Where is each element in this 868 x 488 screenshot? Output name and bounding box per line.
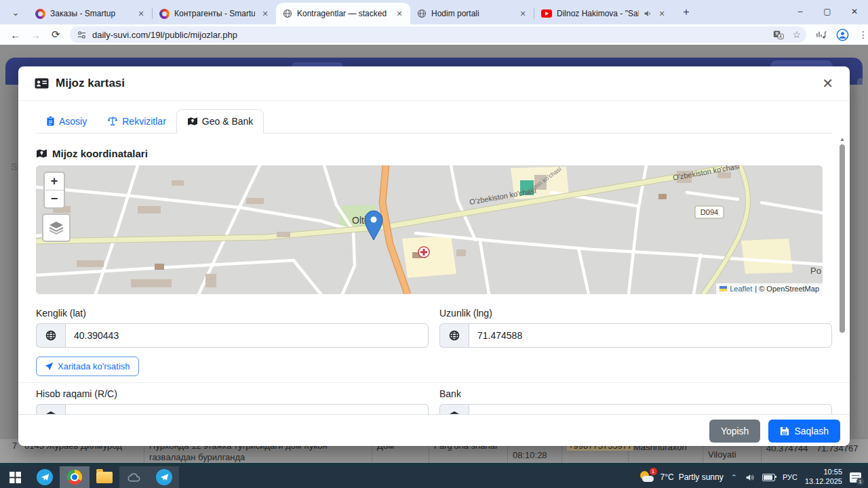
weather-icon: 1 bbox=[639, 469, 656, 485]
translate-icon[interactable] bbox=[773, 29, 784, 40]
tab-search-icon[interactable]: ⌄ bbox=[5, 3, 26, 22]
start-button[interactable] bbox=[0, 466, 30, 488]
scrollbar-thumb[interactable] bbox=[840, 144, 845, 333]
media-control-icon[interactable] bbox=[816, 30, 827, 39]
account-label: Hisob raqami (R/C) bbox=[36, 388, 429, 399]
browser-tab-kontragenty[interactable]: Контрагенты - Smartup ✕ bbox=[153, 3, 276, 24]
account-input[interactable] bbox=[65, 404, 429, 414]
map-layers-control[interactable] bbox=[42, 214, 71, 242]
close-button[interactable]: Yopish bbox=[709, 420, 761, 443]
save-button-label: Saqlash bbox=[794, 426, 829, 436]
notification-badge: 1 bbox=[856, 478, 864, 485]
windows-taskbar: 1 7°C Partly sunny ⌃ РУС 10:55 13.12.202… bbox=[0, 466, 868, 488]
tab-close-icon[interactable]: ✕ bbox=[394, 8, 405, 19]
weather-badge: 1 bbox=[650, 468, 657, 475]
modal-tab-bar: Asosiy Rekvizitlar Geo & Bank bbox=[36, 109, 832, 134]
taskbar-telegram-icon[interactable] bbox=[30, 466, 60, 488]
site-info-icon[interactable] bbox=[77, 30, 87, 40]
show-on-map-button[interactable]: Xaritada ko'rsatish bbox=[36, 357, 139, 376]
browser-tab-hodim[interactable]: Hodim portali ✕ bbox=[410, 3, 534, 24]
taskbar-telegram2-icon[interactable] bbox=[149, 466, 179, 488]
chrome-menu-icon[interactable]: ⋮ bbox=[859, 29, 868, 40]
tab-close-icon[interactable]: ✕ bbox=[260, 8, 271, 19]
row-region: Viloyati bbox=[708, 449, 736, 460]
forward-button[interactable]: → bbox=[26, 29, 46, 41]
modal-footer: Yopish Saqlash bbox=[18, 414, 850, 447]
map-zoom-control: + − bbox=[43, 171, 65, 209]
modal-close-icon[interactable]: ✕ bbox=[822, 77, 833, 90]
taskbar-chrome-icon[interactable] bbox=[60, 466, 90, 488]
bank-input[interactable] bbox=[469, 404, 832, 414]
back-button[interactable]: ← bbox=[5, 29, 26, 41]
profile-avatar-icon[interactable] bbox=[836, 28, 849, 41]
bank-label: Bank bbox=[439, 388, 832, 399]
tab-close-icon[interactable]: ✕ bbox=[656, 8, 667, 19]
url-text[interactable]: daily-suvi.com/19l/public/mijozlar.php bbox=[92, 30, 773, 40]
zoom-in-button[interactable]: + bbox=[45, 173, 64, 190]
ukraine-flag-icon bbox=[719, 286, 727, 291]
zoom-out-button[interactable]: − bbox=[45, 190, 64, 207]
tab-label: Rekvizitlar bbox=[122, 116, 166, 127]
tab-title: Контрагенты - Smartup bbox=[174, 9, 255, 18]
map-route-badge: D094 bbox=[701, 208, 718, 216]
window-controls: – ▢ ✕ bbox=[787, 0, 868, 23]
lat-input[interactable] bbox=[65, 323, 429, 348]
tab-audio-icon[interactable] bbox=[644, 9, 652, 18]
scrollbar-up-arrow[interactable]: ▲ bbox=[838, 136, 846, 142]
bookmark-star-icon[interactable]: ☆ bbox=[792, 29, 801, 40]
lat-label: Kenglik (lat) bbox=[36, 308, 429, 319]
globe-favicon bbox=[417, 9, 427, 18]
window-close-button[interactable]: ✕ bbox=[841, 0, 868, 23]
weather-temp: 7°C bbox=[660, 472, 674, 482]
tab-rekvizitlar[interactable]: Rekvizitlar bbox=[97, 109, 176, 133]
volume-icon[interactable] bbox=[745, 473, 755, 482]
tab-label: Geo & Bank bbox=[202, 116, 254, 127]
modal-title: Mijoz kartasi bbox=[56, 77, 125, 90]
browser-tab-zakazy[interactable]: Заказы - Smartup ✕ bbox=[28, 3, 152, 24]
reload-button[interactable]: ⟳ bbox=[45, 28, 66, 41]
clock-date: 13.12.2025 bbox=[805, 477, 842, 487]
clock[interactable]: 10:55 13.12.2025 bbox=[805, 468, 842, 487]
new-tab-button[interactable]: + bbox=[677, 3, 696, 22]
map-partial-label: Po bbox=[810, 266, 821, 276]
browser-tab-kontragentlar-active[interactable]: Kontragentlar — stacked moda ✕ bbox=[276, 3, 410, 24]
tab-title: Заказы - Smartup bbox=[50, 9, 131, 18]
address-bar[interactable]: daily-suvi.com/19l/public/mijozlar.php ☆ bbox=[70, 26, 806, 43]
tab-title: Hodim portali bbox=[431, 9, 513, 18]
notification-center-icon[interactable]: 1 bbox=[850, 472, 861, 483]
window-minimize-button[interactable]: – bbox=[787, 0, 814, 23]
save-button[interactable]: Saqlash bbox=[768, 420, 840, 443]
leaflet-map[interactable]: O'zbekiston ko'chasi O'zbekiston ko'chas… bbox=[36, 165, 823, 294]
show-on-map-label: Xaritada ko'rsatish bbox=[58, 361, 130, 371]
row-desc-line2: газвaладан бурилганда bbox=[149, 452, 245, 462]
tab-geo-bank[interactable]: Geo & Bank bbox=[176, 109, 264, 134]
modal-scrollbar[interactable]: ▲ ▼ bbox=[838, 136, 846, 414]
window-maximize-button[interactable]: ▢ bbox=[814, 0, 841, 23]
language-indicator[interactable]: РУС bbox=[783, 473, 797, 481]
taskbar-cloud-app-icon[interactable] bbox=[119, 466, 149, 488]
section-divider bbox=[18, 382, 850, 383]
taskbar-explorer-icon[interactable] bbox=[90, 466, 119, 488]
osm-attribution[interactable]: | © OpenStreetMap bbox=[755, 285, 819, 293]
close-button-label: Yopish bbox=[721, 426, 749, 436]
bank-field-group: Bank bbox=[439, 388, 832, 414]
leaflet-link[interactable]: Leaflet bbox=[730, 285, 752, 293]
tab-close-icon[interactable]: ✕ bbox=[136, 8, 146, 19]
battery-icon[interactable] bbox=[762, 474, 775, 481]
weather-widget[interactable]: 1 7°C Partly sunny bbox=[639, 469, 724, 485]
lng-field-group: Uzunlik (lng) bbox=[439, 308, 832, 348]
lng-label: Uzunlik (lng) bbox=[439, 308, 832, 319]
bank-icon bbox=[439, 404, 469, 414]
tray-expand-icon[interactable]: ⌃ bbox=[731, 473, 737, 482]
tab-asosiy[interactable]: Asosiy bbox=[36, 109, 97, 133]
smartup-favicon bbox=[159, 9, 170, 19]
tab-close-icon[interactable]: ✕ bbox=[517, 8, 528, 19]
tab-title: Dilnoz Hakimova - "Saharla bbox=[557, 9, 639, 18]
globe-icon bbox=[36, 323, 65, 348]
map-canvas: O'zbekiston ko'chasi O'zbekiston ko'chas… bbox=[36, 165, 823, 294]
lng-input[interactable] bbox=[469, 323, 832, 348]
screen: ⌄ Заказы - Smartup ✕ Контрагенты - Smart… bbox=[0, 0, 868, 488]
weather-text: Partly sunny bbox=[679, 472, 724, 482]
section-title-text: Mijoz koordinatalari bbox=[52, 148, 148, 159]
browser-tab-youtube[interactable]: Dilnoz Hakimova - "Saharla ✕ bbox=[534, 3, 673, 24]
